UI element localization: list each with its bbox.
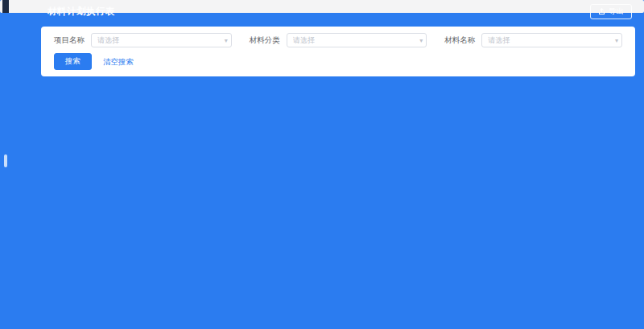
- collapsed-sidebar[interactable]: [2, 0, 9, 13]
- filter-label: 材料名称: [444, 34, 475, 47]
- page-title: 材料计划执行表: [47, 5, 115, 18]
- export-button[interactable]: 导出: [590, 4, 632, 19]
- top-bar: 材料计划执行表 导出: [9, 0, 642, 23]
- sidebar-toggle-handle[interactable]: [4, 154, 7, 167]
- filter-fields: 项目名称 ▾ 材料分类 ▾ 材料名称 ▾: [54, 32, 622, 47]
- page-root: 材料计划执行表 导出 项目名称 ▾ 材料分类 ▾ 材料名称: [0, 0, 644, 13]
- filter-select-input[interactable]: [91, 33, 232, 47]
- export-icon: [598, 8, 605, 15]
- filter-select[interactable]: ▾: [287, 32, 427, 47]
- search-button[interactable]: 搜索: [54, 53, 92, 70]
- filter-field: 材料分类 ▾: [250, 32, 427, 47]
- filter-actions: 搜索 清空搜索: [54, 53, 622, 70]
- content: 项目名称 ▾ 材料分类 ▾ 材料名称 ▾ 搜索 清空搜索: [9, 23, 642, 31]
- filter-label: 项目名称: [54, 34, 85, 47]
- filter-field: 材料名称 ▾: [444, 32, 622, 47]
- filter-field: 项目名称 ▾: [54, 32, 232, 47]
- export-label: 导出: [609, 6, 624, 17]
- filter-panel: 项目名称 ▾ 材料分类 ▾ 材料名称 ▾ 搜索 清空搜索: [41, 27, 635, 76]
- filter-select-input[interactable]: [481, 33, 622, 47]
- main-area: 材料计划执行表 导出 项目名称 ▾ 材料分类 ▾ 材料名称: [9, 0, 642, 13]
- filter-select[interactable]: ▾: [481, 32, 622, 47]
- filter-select[interactable]: ▾: [91, 32, 232, 47]
- filter-select-input[interactable]: [287, 33, 427, 47]
- clear-search-button[interactable]: 清空搜索: [103, 56, 134, 68]
- filter-label: 材料分类: [250, 34, 280, 47]
